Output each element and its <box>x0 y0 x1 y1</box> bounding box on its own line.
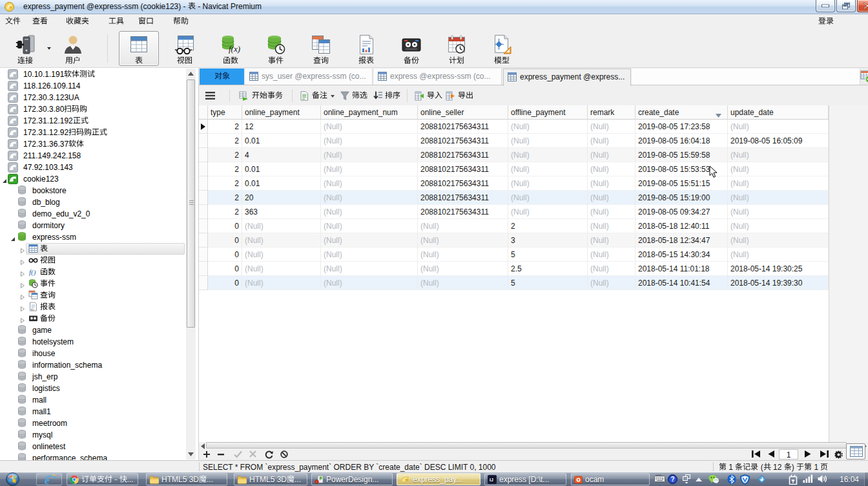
sidebar-item-game[interactable]: game <box>0 324 186 336</box>
taskbar-task-5[interactable]: express_pay... <box>397 473 480 485</box>
sidebar-item-mysql[interactable]: mysql <box>0 429 186 441</box>
last-record-icon[interactable] <box>820 450 829 460</box>
cell-update_date[interactable]: (Null) <box>728 120 829 134</box>
close-button[interactable] <box>857 0 868 12</box>
column-header-update_date[interactable]: update_date <box>728 105 829 119</box>
new-table-icon[interactable] <box>860 70 868 83</box>
sidebar-item-ihouse[interactable]: ihouse <box>0 348 186 359</box>
cell-update_date[interactable]: 2019-08-05 16:05:09 <box>728 134 829 148</box>
sidebar-item-172.30.3.123UA[interactable]: 172.30.3.123UA <box>0 92 186 103</box>
cell-online_seller[interactable]: (Null) <box>418 219 508 233</box>
tree-expanded-icon[interactable] <box>10 235 16 244</box>
toolbar-button-view[interactable] <box>165 31 205 66</box>
sidebar-item-118.126.109.114[interactable]: 118.126.109.114 <box>0 80 186 92</box>
tab-express_payment[interactable]: express_payment @express... <box>503 69 631 86</box>
cell-offline_payment[interactable]: (Null) <box>508 134 588 148</box>
cell-create_date[interactable]: 2018-05-14 11:01:18 <box>636 262 728 276</box>
toolbar-button-user[interactable] <box>53 31 93 66</box>
cell-remark[interactable]: (Null) <box>588 120 636 134</box>
sidebar-item-express-ssm[interactable]: express-ssm <box>0 231 186 243</box>
cell-update_date[interactable]: (Null) <box>728 248 829 262</box>
first-record-icon[interactable] <box>752 450 760 460</box>
tree-collapsed-icon[interactable] <box>20 316 25 325</box>
sidebar-item-demo_edu_v2_0[interactable]: demo_edu_v2_0 <box>0 208 186 220</box>
cell-update_date[interactable]: (Null) <box>728 205 829 219</box>
sidebar-item-172.30.3.80_[interactable]: 172.30.3.80 <box>0 103 186 115</box>
cell-type[interactable]: 2 <box>208 205 242 219</box>
cell-type[interactable]: 2 <box>208 134 242 148</box>
cell-online_payment[interactable]: (Null) <box>242 262 321 276</box>
sidebar-item-172.31.36.37_[interactable]: 172.31.36.37 <box>0 138 186 150</box>
row-selector[interactable] <box>199 148 208 162</box>
column-header-remark[interactable]: remark <box>588 105 636 119</box>
next-record-icon[interactable] <box>805 450 812 460</box>
cell-offline_payment[interactable]: 3 <box>508 233 588 248</box>
scroll-left-icon[interactable] <box>199 442 206 449</box>
sidebar-item-47.92.103.143[interactable]: 47.92.103.143 <box>0 162 186 173</box>
cell-online_seller[interactable]: 2088102175634311 <box>418 120 508 134</box>
cell-online_seller[interactable]: (Null) <box>418 262 508 276</box>
sidebar-item-_[interactable] <box>0 290 186 301</box>
stop-icon[interactable] <box>280 450 288 460</box>
current-row-marker[interactable] <box>199 120 208 134</box>
menu-item-4[interactable] <box>108 17 124 26</box>
cell-create_date[interactable]: 2018-05-18 12:40:11 <box>636 219 728 233</box>
sidebar-scrollbar-thumb[interactable] <box>187 79 195 328</box>
cell-online_payment_num[interactable]: (Null) <box>321 148 418 162</box>
cell-create_date[interactable]: 2019-08-05 15:51:15 <box>636 176 728 191</box>
sidebar-item-logistics[interactable]: logistics <box>0 383 186 394</box>
cell-online_payment[interactable]: (Null) <box>242 219 321 233</box>
page-number-field[interactable]: 1 <box>779 449 798 460</box>
tab-sys_user[interactable]: sys_user @express-ssm (co... <box>245 69 373 85</box>
cell-create_date[interactable]: 2019-08-05 15:19:00 <box>636 191 728 205</box>
cell-update_date[interactable]: (Null) <box>728 148 829 162</box>
cell-offline_payment[interactable]: (Null) <box>508 120 588 134</box>
cell-online_payment[interactable]: 0.01 <box>242 162 321 176</box>
wechat-icon[interactable] <box>708 474 719 486</box>
chevron-down-icon[interactable] <box>47 47 51 50</box>
cell-online_seller[interactable]: 2088102175634311 <box>418 162 508 176</box>
cell-update_date[interactable]: (Null) <box>728 219 829 233</box>
cell-online_seller[interactable]: 2088102175634311 <box>418 205 508 219</box>
sidebar-item-_[interactable]: f() <box>0 266 186 278</box>
refresh-icon[interactable] <box>265 450 273 461</box>
row-selector[interactable] <box>199 134 208 148</box>
cell-type[interactable]: 2 <box>208 191 242 205</box>
cell-offline_payment[interactable]: (Null) <box>508 176 588 191</box>
cell-remark[interactable]: (Null) <box>588 191 636 205</box>
cell-remark[interactable]: (Null) <box>588 276 636 290</box>
taskbar-task-1[interactable]: - ... <box>67 473 138 485</box>
cell-online_seller[interactable]: 2088102175634311 <box>418 148 508 162</box>
menu-item-2[interactable] <box>32 17 48 26</box>
keyboard-icon[interactable] <box>654 474 665 484</box>
cell-create_date[interactable]: 2018-05-18 12:34:47 <box>636 233 728 248</box>
row-selector[interactable] <box>199 233 208 248</box>
taskbar-clock[interactable]: 16:04 <box>840 475 859 484</box>
cell-remark[interactable]: (Null) <box>588 162 636 176</box>
cell-online_payment_num[interactable]: (Null) <box>321 205 418 219</box>
cell-create_date[interactable]: 2018-05-15 14:30:34 <box>636 248 728 262</box>
cell-remark[interactable]: (Null) <box>588 219 636 233</box>
toolbar-button-query[interactable] <box>301 31 341 66</box>
cell-type[interactable]: 0 <box>208 219 242 233</box>
row-selector[interactable] <box>199 176 208 191</box>
sidebar-item-bookstore[interactable]: bookstore <box>0 185 186 196</box>
cell-remark[interactable]: (Null) <box>588 262 636 276</box>
cell-offline_payment[interactable]: 2.5 <box>508 262 588 276</box>
cell-type[interactable]: 2 <box>208 162 242 176</box>
sidebar-item-172.31.12.192_[interactable]: 172.31.12.192 <box>0 115 186 127</box>
cell-create_date[interactable]: 2019-08-05 09:34:27 <box>636 205 728 219</box>
horizontal-scrollbar[interactable] <box>199 442 868 449</box>
cell-type[interactable]: 2 <box>208 176 242 191</box>
toolbar-button-event[interactable] <box>256 31 296 66</box>
cell-online_payment_num[interactable]: (Null) <box>321 162 418 176</box>
security-shield-icon[interactable] <box>740 474 750 486</box>
cell-create_date[interactable]: 2019-08-05 15:59:58 <box>636 148 728 162</box>
tree-expanded-icon[interactable] <box>2 176 7 185</box>
cell-offline_payment[interactable]: (Null) <box>508 148 588 162</box>
column-header-online_payment_num[interactable]: online_payment_num <box>321 105 418 119</box>
row-selector[interactable] <box>199 262 208 276</box>
cell-update_date[interactable]: (Null) <box>728 233 829 248</box>
cell-update_date[interactable]: 2018-05-14 19:39:30 <box>728 276 829 290</box>
delete-record-icon[interactable] <box>217 450 225 460</box>
